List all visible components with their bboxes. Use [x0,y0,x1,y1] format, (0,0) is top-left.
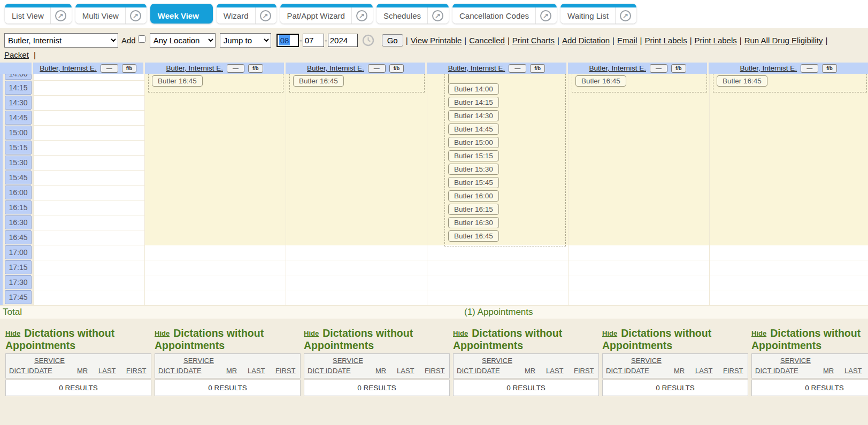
open-in-new-window-icon[interactable]: ↗ [620,10,631,21]
day-column-3[interactable]: Butler 16:45 [286,74,427,305]
dict-id-column-link[interactable]: DICT ID [158,366,183,376]
service-date-column-link[interactable]: SERVICE DATE [482,356,525,376]
last-column-link[interactable]: LAST [248,366,275,376]
open-in-new-window-icon[interactable]: ↗ [432,10,443,21]
day-column-2[interactable]: Butler 16:45 [145,74,286,305]
dict-id-column-link[interactable]: DICT ID [755,366,780,376]
appointment-button[interactable]: Butler 16:45 [152,75,203,87]
collapse-column-button[interactable]: — [509,64,526,73]
tab-week-view[interactable]: Week View [150,4,213,24]
forward-back-button[interactable]: f/b [248,64,263,73]
service-date-column-link[interactable]: SERVICE DATE [631,356,674,376]
add-dictation-link[interactable]: Add Dictation [562,36,610,45]
print-labels-link[interactable]: Print Labels [644,36,687,45]
day-column-5[interactable]: Butler 16:45 [569,74,710,305]
email-link[interactable]: Email [617,36,637,45]
appointment-button[interactable]: Butler 15:15 [448,150,499,161]
mr-column-link[interactable]: MR [525,366,546,376]
first-column-link[interactable]: FIRST [425,366,446,376]
date-year-input[interactable]: 2024 [328,34,358,47]
appointment-button[interactable]: Butler 16:45 [575,75,626,87]
last-column-link[interactable]: LAST [546,366,574,376]
last-column-link[interactable]: LAST [98,366,126,376]
open-in-new-window-icon[interactable]: ↗ [55,10,66,21]
packet-link[interactable]: Packet [4,50,29,59]
provider-schedule-link[interactable]: Butler, Internist E. [166,64,223,72]
collapse-column-button[interactable]: — [101,64,118,73]
print-labels-link[interactable]: Print Labels [695,36,737,45]
hide-link[interactable]: Hide [602,329,617,337]
appointment-button[interactable]: Butler 16:45 [448,230,499,242]
tab-pat-appt-wizard[interactable]: Pat/Appt Wizard ↗ [280,4,373,24]
hide-link[interactable]: Hide [304,329,319,337]
location-select[interactable]: Any Location [150,33,216,48]
service-date-column-link[interactable]: SERVICE DATE [780,356,823,376]
tab-schedules[interactable]: Schedules ↗ [377,4,449,24]
date-month-input[interactable]: 08 [276,34,299,47]
add-checkbox[interactable] [138,35,145,43]
first-column-link[interactable]: FIRST [126,366,148,376]
appointment-button[interactable]: Butler 16:15 [448,204,499,215]
appointment-button-clipped[interactable] [448,74,449,83]
view-printable-link[interactable]: View Printable [411,36,462,45]
last-column-link[interactable]: LAST [695,366,723,376]
appointment-button[interactable]: Butler 14:00 [448,83,499,95]
mr-column-link[interactable]: MR [674,366,695,376]
dict-id-column-link[interactable]: DICT ID [457,366,482,376]
hide-link[interactable]: Hide [155,329,170,337]
tab-list-view[interactable]: List View ↗ [5,4,72,24]
forward-back-button[interactable]: f/b [122,64,137,73]
collapse-column-button[interactable]: — [368,64,386,73]
date-day-input[interactable]: 07 [303,34,324,47]
service-date-column-link[interactable]: SERVICE DATE [183,356,226,376]
appointment-button[interactable]: Butler 16:30 [448,217,499,228]
appointment-button[interactable]: Butler 15:00 [448,137,499,148]
hide-link[interactable]: Hide [751,329,766,337]
tab-cancellation-codes[interactable]: Cancellation Codes ↗ [452,4,557,24]
provider-schedule-link[interactable]: Butler, Internist E. [40,64,97,72]
appointment-button[interactable]: Butler 15:45 [448,177,499,188]
day-column-6[interactable]: Butler 16:45 [710,74,868,305]
collapse-column-button[interactable]: — [227,64,244,73]
cancelled-link[interactable]: Cancelled [469,36,505,45]
tab-multi-view[interactable]: Multi View ↗ [75,4,147,24]
dict-id-column-link[interactable]: DICT ID [606,366,631,376]
mr-column-link[interactable]: MR [823,366,844,376]
mr-column-link[interactable]: MR [77,366,98,376]
provider-schedule-link[interactable]: Butler, Internist E. [448,64,505,72]
open-in-new-window-icon[interactable]: ↗ [130,10,141,21]
appointment-button[interactable]: Butler 16:45 [293,75,344,87]
jump-to-select[interactable]: Jump to [220,33,271,48]
first-column-link[interactable]: FIRST [574,366,595,376]
open-in-new-window-icon[interactable]: ↗ [540,10,551,21]
provider-schedule-link[interactable]: Butler, Internist E. [307,64,364,72]
forward-back-button[interactable]: f/b [671,64,686,73]
appointment-button[interactable]: Butler 15:30 [448,164,499,175]
forward-back-button[interactable]: f/b [530,64,545,73]
provider-schedule-link[interactable]: Butler, Internist E. [740,64,797,72]
tab-wizard[interactable]: Wizard ↗ [217,4,276,24]
go-button[interactable]: Go [382,34,403,47]
last-column-link[interactable]: LAST [844,366,868,376]
dict-id-column-link[interactable]: DICT ID [308,366,333,376]
open-in-new-window-icon[interactable]: ↗ [356,10,367,21]
tab-waiting-list[interactable]: Waiting List ↗ [560,4,636,24]
forward-back-button[interactable]: f/b [389,64,404,73]
run-all-drug-eligibility-link[interactable]: Run All Drug Eligibility [744,36,823,45]
first-column-link[interactable]: FIRST [275,366,297,376]
collapse-column-button[interactable]: — [801,64,818,73]
mr-column-link[interactable]: MR [375,366,397,376]
provider-schedule-link[interactable]: Butler, Internist E. [589,64,646,72]
day-column-1[interactable] [33,74,145,305]
service-date-column-link[interactable]: SERVICE DATE [34,356,77,376]
day-column-4[interactable]: Butler 14:00 Butler 14:15 Butler 14:30 B… [427,74,569,305]
appointment-button[interactable]: Butler 16:00 [448,190,499,202]
service-date-column-link[interactable]: SERVICE DATE [333,356,375,376]
clock-icon[interactable] [362,34,374,47]
last-column-link[interactable]: LAST [397,366,425,376]
first-column-link[interactable]: FIRST [723,366,744,376]
print-charts-link[interactable]: Print Charts [512,36,555,45]
open-in-new-window-icon[interactable]: ↗ [260,10,271,21]
appointment-button[interactable]: Butler 14:15 [448,97,499,108]
mr-column-link[interactable]: MR [226,366,248,376]
